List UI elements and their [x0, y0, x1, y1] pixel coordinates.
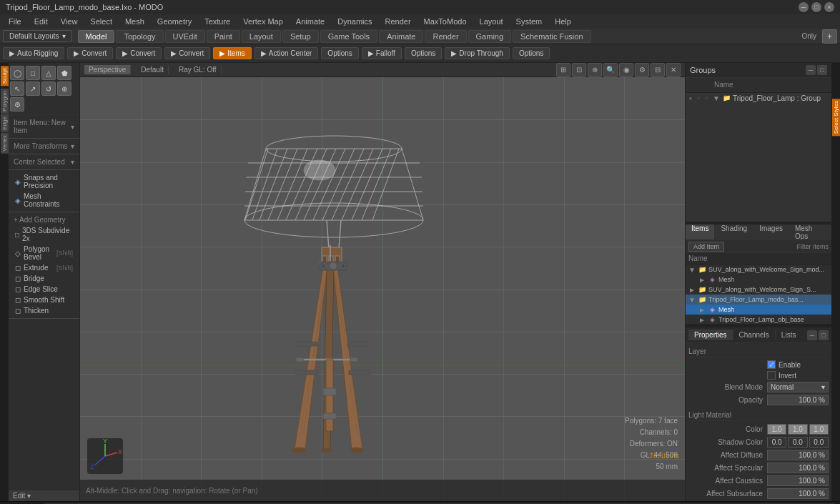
items-tab-images[interactable]: Images	[753, 224, 789, 240]
items-tab-shading[interactable]: Shading	[715, 224, 753, 240]
bridge-btn[interactable]: ◻ Bridge	[11, 273, 77, 284]
color-g[interactable]: 1.0	[788, 424, 807, 435]
tab-render[interactable]: Render	[425, 30, 466, 43]
transforms-title[interactable]: More Transforms ▾	[11, 141, 77, 152]
default-layouts-dropdown[interactable]: Default Layouts ▾	[3, 30, 72, 42]
menu-dynamics[interactable]: Dynamics	[332, 16, 377, 27]
color-r[interactable]: 1.0	[767, 424, 786, 435]
falloff-button[interactable]: ▶ Falloff	[362, 47, 402, 59]
viewport-btn-4[interactable]: 🔍	[603, 63, 618, 77]
viewport-btn-3[interactable]: ⊕	[588, 63, 602, 77]
groups-lock-0[interactable]: ○	[695, 94, 702, 102]
maximize-button[interactable]: □	[811, 2, 821, 12]
color-b[interactable]: 1.0	[809, 424, 829, 435]
affect-caustics-field[interactable]: 100.0 %	[767, 475, 829, 486]
viewport-btn-7[interactable]: ⊟	[651, 63, 665, 77]
item-menu-title[interactable]: Item Menu: New Item ▾	[11, 117, 77, 136]
shadow-b[interactable]: 0.0	[809, 437, 829, 448]
blend-mode-dropdown[interactable]: Normal ▾	[767, 382, 829, 392]
tab-topology[interactable]: Topology	[116, 30, 163, 43]
items-button[interactable]: ▶ Items	[213, 47, 251, 59]
items-tab-meshops[interactable]: Mesh Ops	[789, 224, 831, 240]
sculpt-strip[interactable]: Sculpt	[1, 66, 9, 86]
vertex-strip[interactable]: Vertex	[1, 133, 9, 154]
viewport-btn-2[interactable]: ⊡	[572, 63, 586, 77]
center-title[interactable]: Center Selected ▾	[11, 157, 77, 167]
enable-checkbox[interactable]: ✓	[767, 360, 776, 369]
menu-render[interactable]: Render	[380, 16, 417, 27]
props-tab-channels[interactable]: Channels	[733, 330, 776, 340]
menu-texture[interactable]: Texture	[199, 16, 236, 27]
menu-maxtomodo[interactable]: MaxToModo	[418, 16, 473, 27]
groups-item-0[interactable]: ● ○ ○ ▼ 📁 Tripod_Floor_Lamp : Group	[686, 93, 831, 103]
items-row-suv-group[interactable]: ▼ 📁 SUV_along_with_Welcome_Sign_mod...	[686, 265, 831, 275]
tab-gaming[interactable]: Gaming	[468, 30, 512, 43]
polygon-bevel-btn[interactable]: ◇ Polygon Bevel [Shift]	[11, 244, 77, 262]
items-row-suv2[interactable]: ► 📁 SUV_along_with_Welcome_Sign_S...	[686, 285, 831, 295]
convert-button-2[interactable]: ▶ Convert	[116, 47, 162, 59]
menu-animate[interactable]: Animate	[290, 16, 330, 27]
tool-icon-3[interactable]: △	[41, 66, 56, 80]
affect-diffuse-field[interactable]: 100.0 %	[767, 450, 829, 460]
options-button-3[interactable]: Options	[513, 47, 550, 59]
viewport-canvas[interactable]: No Items Polygons: 7 face Channels: 0 De…	[80, 77, 685, 501]
affect-diffuse-value[interactable]: 100.0 %	[767, 450, 829, 460]
menu-system[interactable]: System	[510, 16, 548, 27]
items-row-mesh-2[interactable]: ► ◈ Mesh	[686, 305, 831, 315]
tab-model[interactable]: Model	[78, 30, 115, 43]
viewport-raygl-label[interactable]: Ray GL: Off	[174, 65, 222, 74]
drop-through-button[interactable]: ▶ Drop Through	[445, 47, 510, 59]
close-button[interactable]: ×	[824, 2, 834, 12]
add-item-button[interactable]: Add Item	[688, 242, 724, 252]
viewport-btn-6[interactable]: ⚙	[635, 63, 649, 77]
convert-button-3[interactable]: ▶ Convert	[164, 47, 210, 59]
extrude-btn[interactable]: ◻ Extrude [Shift]	[11, 262, 77, 273]
add-geometry-title[interactable]: + Add Geometry	[11, 214, 77, 225]
options-button-1[interactable]: Options	[321, 47, 358, 59]
tab-gametools[interactable]: Game Tools	[320, 30, 378, 43]
affect-subsurface-field[interactable]: 100.0 %	[767, 488, 829, 499]
smooth-shift-btn[interactable]: ◻ Smooth Shift	[11, 295, 77, 305]
opacity-field[interactable]: 100.0 %	[767, 395, 829, 405]
menu-help[interactable]: Help	[549, 16, 577, 27]
menu-vertexmap[interactable]: Vertex Map	[237, 16, 289, 27]
menu-view[interactable]: View	[55, 16, 84, 27]
options-button-2[interactable]: Options	[405, 47, 442, 59]
items-tab-items[interactable]: Items	[686, 224, 715, 240]
shadow-r[interactable]: 0.0	[767, 437, 786, 448]
menu-select[interactable]: Select	[84, 16, 118, 27]
viewport-perspective-label[interactable]: Perspective	[84, 65, 131, 74]
shadow-g[interactable]: 0.0	[788, 437, 807, 448]
invert-checkbox[interactable]	[767, 371, 776, 380]
menu-mesh[interactable]: Mesh	[119, 16, 150, 27]
menu-layout[interactable]: Layout	[474, 16, 509, 27]
groups-minimize-btn[interactable]: ─	[806, 65, 816, 75]
tool-icon-5[interactable]: ↖	[10, 81, 24, 96]
tool-icon-8[interactable]: ⊕	[57, 81, 71, 96]
props-expand-btn[interactable]: □	[819, 330, 829, 340]
select-styles-strip[interactable]: Select Styles	[832, 99, 840, 136]
groups-render-0[interactable]: ○	[703, 94, 710, 102]
tab-uvedit[interactable]: UVEdit	[165, 30, 205, 43]
menu-file[interactable]: File	[3, 16, 27, 27]
viewport-btn-8[interactable]: ✕	[666, 63, 681, 77]
action-center-button[interactable]: ▶ Action Center	[255, 47, 319, 59]
snaps-precision-btn[interactable]: ◈ Snaps and Precision	[11, 172, 77, 191]
menu-edit[interactable]: Edit	[29, 16, 54, 27]
edge-slice-btn[interactable]: ◻ Edge Slice	[11, 284, 77, 295]
props-tab-properties[interactable]: Properties	[688, 330, 733, 340]
auto-rigging-button[interactable]: ▶ Auto Rigging	[3, 47, 64, 59]
groups-expand-btn[interactable]: □	[817, 65, 827, 75]
props-minimize-btn[interactable]: ─	[807, 330, 817, 340]
viewport-shading-label[interactable]: Default	[137, 65, 169, 74]
tool-icon-1[interactable]: ◯	[10, 66, 24, 80]
minimize-button[interactable]: ─	[799, 2, 809, 12]
tab-animate[interactable]: Animate	[379, 30, 423, 43]
viewport-btn-5[interactable]: ◉	[619, 63, 633, 77]
thicken-btn[interactable]: ◻ Thicken	[11, 305, 77, 316]
edit-section[interactable]: Edit ▾	[9, 490, 79, 501]
tab-setup[interactable]: Setup	[282, 30, 319, 43]
menu-geometry[interactable]: Geometry	[152, 16, 197, 27]
tool-icon-2[interactable]: □	[26, 66, 40, 80]
tool-icon-9[interactable]: ⚙	[10, 97, 24, 112]
